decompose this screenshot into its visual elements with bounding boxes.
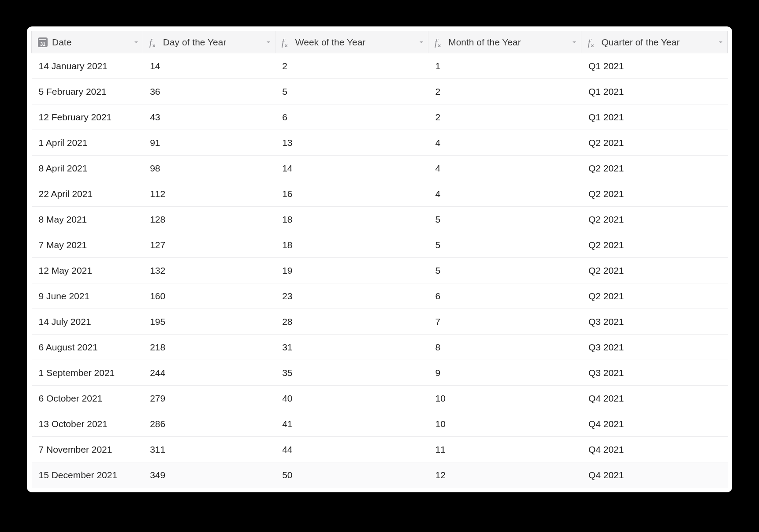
cell-day[interactable]: 349 xyxy=(143,462,275,488)
cell-day[interactable]: 286 xyxy=(143,411,275,437)
table-row[interactable]: 15 December 20213495012Q4 2021 xyxy=(32,462,728,488)
cell-month[interactable]: 2 xyxy=(428,79,581,104)
cell-quarter[interactable]: Q3 2021 xyxy=(581,335,728,360)
column-header-week-of-year[interactable]: f× Week of the Year xyxy=(275,31,428,53)
cell-quarter[interactable]: Q2 2021 xyxy=(581,207,728,232)
cell-week[interactable]: 2 xyxy=(275,53,428,79)
cell-quarter[interactable]: Q1 2021 xyxy=(581,104,728,130)
column-menu-dropdown[interactable] xyxy=(265,39,272,45)
cell-date[interactable]: 15 December 2021 xyxy=(32,462,143,488)
cell-day[interactable]: 279 xyxy=(143,386,275,411)
cell-date[interactable]: 5 February 2021 xyxy=(32,79,143,104)
cell-date[interactable]: 9 June 2021 xyxy=(32,283,143,309)
cell-month[interactable]: 5 xyxy=(428,207,581,232)
table-row[interactable]: 12 May 2021132195Q2 2021 xyxy=(32,258,728,283)
cell-week[interactable]: 18 xyxy=(275,207,428,232)
cell-week[interactable]: 44 xyxy=(275,437,428,462)
column-header-month-of-year[interactable]: f× Month of the Year xyxy=(428,31,581,53)
cell-day[interactable]: 160 xyxy=(143,283,275,309)
cell-month[interactable]: 4 xyxy=(428,130,581,156)
cell-date[interactable]: 7 May 2021 xyxy=(32,232,143,258)
cell-month[interactable]: 5 xyxy=(428,232,581,258)
table-row[interactable]: 9 June 2021160236Q2 2021 xyxy=(32,283,728,309)
table-row[interactable]: 8 April 202198144Q2 2021 xyxy=(32,156,728,181)
cell-week[interactable]: 31 xyxy=(275,335,428,360)
cell-date[interactable]: 8 April 2021 xyxy=(32,156,143,181)
cell-quarter[interactable]: Q1 2021 xyxy=(581,53,728,79)
cell-date[interactable]: 14 January 2021 xyxy=(32,53,143,79)
cell-week[interactable]: 6 xyxy=(275,104,428,130)
cell-date[interactable]: 14 July 2021 xyxy=(32,309,143,335)
cell-month[interactable]: 6 xyxy=(428,283,581,309)
cell-week[interactable]: 28 xyxy=(275,309,428,335)
cell-date[interactable]: 1 September 2021 xyxy=(32,360,143,386)
cell-month[interactable]: 11 xyxy=(428,437,581,462)
column-header-date[interactable]: Date xyxy=(32,31,143,53)
table-row[interactable]: 8 May 2021128185Q2 2021 xyxy=(32,207,728,232)
cell-day[interactable]: 98 xyxy=(143,156,275,181)
table-row[interactable]: 14 January 20211421Q1 2021 xyxy=(32,53,728,79)
column-menu-dropdown[interactable] xyxy=(418,39,424,45)
table-row[interactable]: 7 November 20213114411Q4 2021 xyxy=(32,437,728,462)
cell-day[interactable]: 43 xyxy=(143,104,275,130)
table-row[interactable]: 6 October 20212794010Q4 2021 xyxy=(32,386,728,411)
cell-date[interactable]: 8 May 2021 xyxy=(32,207,143,232)
table-row[interactable]: 5 February 20213652Q1 2021 xyxy=(32,79,728,104)
cell-quarter[interactable]: Q1 2021 xyxy=(581,79,728,104)
table-row[interactable]: 7 May 2021127185Q2 2021 xyxy=(32,232,728,258)
cell-day[interactable]: 14 xyxy=(143,53,275,79)
column-menu-dropdown[interactable] xyxy=(571,39,577,45)
table-row[interactable]: 1 September 2021244359Q3 2021 xyxy=(32,360,728,386)
cell-week[interactable]: 23 xyxy=(275,283,428,309)
column-header-day-of-year[interactable]: f× Day of the Year xyxy=(143,31,275,53)
cell-week[interactable]: 18 xyxy=(275,232,428,258)
cell-month[interactable]: 10 xyxy=(428,411,581,437)
cell-day[interactable]: 195 xyxy=(143,309,275,335)
cell-day[interactable]: 311 xyxy=(143,437,275,462)
cell-quarter[interactable]: Q4 2021 xyxy=(581,437,728,462)
column-header-quarter-of-year[interactable]: f× Quarter of the Year xyxy=(581,31,728,53)
table-row[interactable]: 1 April 202191134Q2 2021 xyxy=(32,130,728,156)
table-row[interactable]: 14 July 2021195287Q3 2021 xyxy=(32,309,728,335)
cell-month[interactable]: 7 xyxy=(428,309,581,335)
cell-date[interactable]: 1 April 2021 xyxy=(32,130,143,156)
cell-quarter[interactable]: Q2 2021 xyxy=(581,258,728,283)
cell-week[interactable]: 40 xyxy=(275,386,428,411)
cell-quarter[interactable]: Q2 2021 xyxy=(581,156,728,181)
cell-day[interactable]: 36 xyxy=(143,79,275,104)
cell-week[interactable]: 35 xyxy=(275,360,428,386)
cell-month[interactable]: 4 xyxy=(428,181,581,207)
cell-month[interactable]: 8 xyxy=(428,335,581,360)
cell-quarter[interactable]: Q2 2021 xyxy=(581,181,728,207)
cell-quarter[interactable]: Q2 2021 xyxy=(581,283,728,309)
cell-week[interactable]: 13 xyxy=(275,130,428,156)
cell-quarter[interactable]: Q3 2021 xyxy=(581,309,728,335)
cell-week[interactable]: 14 xyxy=(275,156,428,181)
cell-week[interactable]: 16 xyxy=(275,181,428,207)
cell-quarter[interactable]: Q3 2021 xyxy=(581,360,728,386)
column-menu-dropdown[interactable] xyxy=(718,39,724,45)
cell-date[interactable]: 6 October 2021 xyxy=(32,386,143,411)
cell-date[interactable]: 12 May 2021 xyxy=(32,258,143,283)
cell-quarter[interactable]: Q4 2021 xyxy=(581,411,728,437)
table-row[interactable]: 12 February 20214362Q1 2021 xyxy=(32,104,728,130)
cell-week[interactable]: 5 xyxy=(275,79,428,104)
cell-day[interactable]: 127 xyxy=(143,232,275,258)
table-row[interactable]: 22 April 2021112164Q2 2021 xyxy=(32,181,728,207)
column-menu-dropdown[interactable] xyxy=(133,39,139,45)
cell-date[interactable]: 22 April 2021 xyxy=(32,181,143,207)
table-row[interactable]: 6 August 2021218318Q3 2021 xyxy=(32,335,728,360)
cell-date[interactable]: 13 October 2021 xyxy=(32,411,143,437)
cell-month[interactable]: 4 xyxy=(428,156,581,181)
cell-month[interactable]: 1 xyxy=(428,53,581,79)
cell-date[interactable]: 12 February 2021 xyxy=(32,104,143,130)
table-row[interactable]: 13 October 20212864110Q4 2021 xyxy=(32,411,728,437)
cell-week[interactable]: 50 xyxy=(275,462,428,488)
cell-month[interactable]: 5 xyxy=(428,258,581,283)
cell-week[interactable]: 19 xyxy=(275,258,428,283)
cell-month[interactable]: 12 xyxy=(428,462,581,488)
cell-day[interactable]: 132 xyxy=(143,258,275,283)
cell-day[interactable]: 91 xyxy=(143,130,275,156)
cell-month[interactable]: 2 xyxy=(428,104,581,130)
cell-day[interactable]: 112 xyxy=(143,181,275,207)
